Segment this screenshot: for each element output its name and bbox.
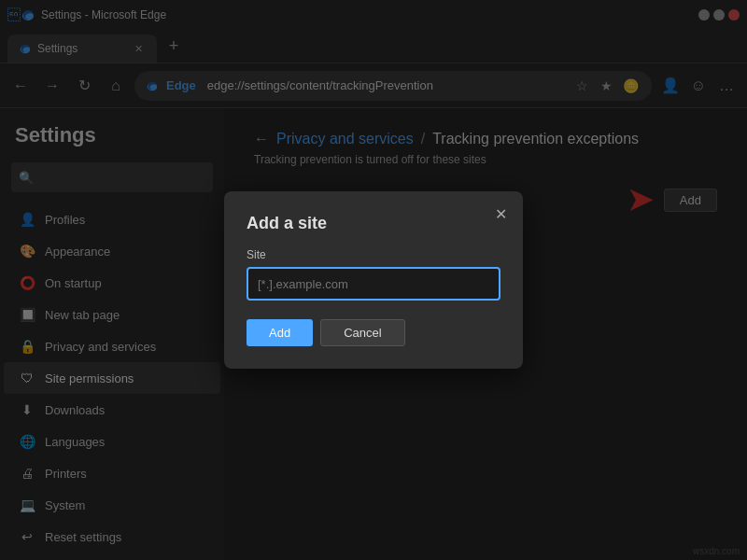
modal-overlay[interactable]: ✕ Add a site Site Add Cancel (0, 0, 747, 560)
dialog-site-label: Site (247, 248, 500, 261)
dialog-title: Add a site (247, 214, 500, 233)
site-input[interactable] (247, 267, 500, 301)
dialog-actions: Add Cancel (247, 319, 500, 346)
dialog-cancel-button[interactable]: Cancel (320, 319, 404, 346)
dialog-add-button[interactable]: Add (247, 319, 313, 346)
dialog-close-button[interactable]: ✕ (489, 203, 512, 225)
add-site-dialog: ✕ Add a site Site Add Cancel (224, 191, 523, 369)
